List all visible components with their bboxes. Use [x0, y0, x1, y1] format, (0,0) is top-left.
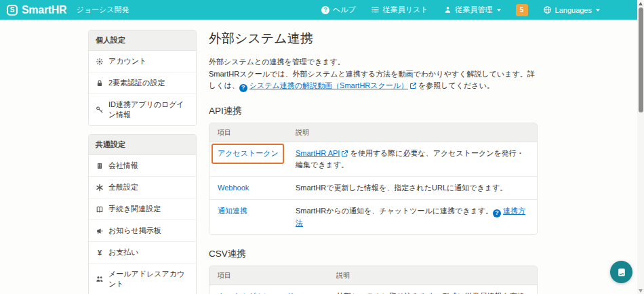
smarthr-logo-icon: S [7, 5, 18, 16]
chat-support-button[interactable] [610, 261, 632, 283]
description-cell: 外部システムに取り込みやすい形式に従業員情報を変換するためのフォーマットを設定で… [328, 285, 537, 294]
sidebar-item[interactable]: 2要素認証の設定 [89, 72, 196, 94]
settings-icon [96, 184, 104, 192]
building-icon [96, 162, 104, 170]
topnav-label: 従業員管理 [456, 5, 493, 15]
help-circle-icon: ? [239, 84, 247, 92]
topnav-label: ヘルプ [333, 5, 356, 15]
smarthr-app-window: S SmartHR ジョーシス開発 ?ヘルプ従業員リスト従業員管理5Langua… [0, 0, 644, 294]
sidebar-item-label: 手続き関連設定 [108, 204, 161, 214]
table-row: カスタムダウンロードフォーマット外部システムに取り込みやすい形式に従業員情報を変… [209, 285, 537, 294]
description-cell: SmartHRからの通知を、チャットツールに連携できます。?連携方法 [287, 200, 537, 234]
sidebar-item[interactable]: 手続き関連設定 [89, 198, 196, 220]
table-header-row: 項目説明 [209, 123, 537, 143]
integration-table: 項目説明カスタムダウンロードフォーマット外部システムに取り込みやすい形式に従業員… [209, 266, 538, 294]
item-cell: カスタムダウンロードフォーマット [209, 285, 328, 294]
scrollbar[interactable] [637, 0, 644, 294]
list-icon [371, 5, 380, 14]
description-text: SmartHRで更新した情報を、指定されたURLに通知できます。 [296, 184, 507, 192]
sidebar-item[interactable]: ¥お支払い [89, 242, 196, 264]
page-description: 外部システムとの連携を管理できます。 SmartHRスクールでは、外部システムと… [209, 56, 538, 92]
yen-icon: ¥ [96, 249, 104, 257]
main-content: 外部システム連携 外部システムとの連携を管理できます。 SmartHRスクールで… [209, 30, 538, 294]
external-link-icon [409, 82, 417, 89]
gear-icon [96, 58, 104, 66]
item-cell: アクセストークン [209, 142, 287, 176]
table-header-row: 項目説明 [209, 266, 537, 286]
sidebar-item-label: 全般設定 [108, 182, 138, 192]
sidebar-item-label: お知らせ掲示板 [108, 226, 161, 236]
settings-sidebar: 個人設定アカウント2要素認証の設定ID連携アプリのログイン情報共通設定会社情報全… [88, 30, 197, 294]
sidebar-section-title: 共通設定 [89, 135, 196, 155]
integration-sections: API連携項目説明アクセストークンSmartHR APIを使用する際に必要な、ア… [209, 105, 538, 294]
sidebar-item[interactable]: 全般設定 [89, 177, 196, 198]
sidebar-item-label: メールアドレスアカウント [108, 269, 189, 289]
topnav-item-languages[interactable]: Languages [543, 5, 600, 14]
table-row: WebhookSmartHRで更新した情報を、指定されたURLに通知できます。 [209, 177, 537, 200]
column-header: 項目 [209, 266, 328, 285]
scrollbar-thumb[interactable] [639, 7, 643, 112]
chevron-down-icon [497, 9, 501, 12]
text-link[interactable]: SmartHR API [296, 149, 340, 157]
item-cell: 通知連携 [209, 200, 287, 234]
sidebar-item[interactable]: メールアドレスアカウント [89, 264, 196, 294]
table-row: 通知連携SmartHRからの通知を、チャットツールに連携できます。?連携方法 [209, 200, 537, 234]
topnav-label: Languages [555, 6, 592, 14]
item-link[interactable]: アクセストークン [218, 149, 279, 157]
tenant-name: ジョーシス開発 [76, 5, 129, 15]
integration-table: 項目説明アクセストークンSmartHR APIを使用する際に必要な、アクセストー… [209, 123, 538, 235]
intro-line-1: 外部システムとの連携を管理できます。 [209, 58, 345, 66]
description-cell: SmartHR APIを使用する際に必要な、アクセストークンを発行・編集できます… [287, 142, 537, 176]
sidebar-section: 共通設定会社情報全般設定手続き関連設定お知らせ掲示板¥お支払いメールアドレスアカ… [88, 134, 197, 294]
scrollbar-down-arrow[interactable] [637, 287, 644, 294]
chat-bubble-icon [616, 267, 627, 278]
sidebar-item[interactable]: ID連携アプリのログイン情報 [89, 94, 196, 125]
description-text: を参照してください。 [418, 81, 494, 89]
sidebar-item[interactable]: お知らせ掲示板 [89, 220, 196, 242]
sidebar-item-label: ID連携アプリのログイン情報 [108, 100, 189, 120]
sidebar-item-label: アカウント [108, 56, 146, 66]
table-row: アクセストークンSmartHR APIを使用する際に必要な、アクセストークンを発… [209, 142, 537, 177]
description-cell: SmartHRで更新した情報を、指定されたURLに通知できます。 [287, 177, 537, 199]
item-cell: Webhook [209, 177, 287, 199]
key-icon [96, 106, 104, 114]
section-title: API連携 [209, 105, 538, 117]
description-text: SmartHRからの通知を、チャットツールに連携できます。 [296, 207, 493, 215]
help-circle-icon: ? [321, 6, 329, 14]
person-icon [443, 5, 452, 14]
topnav-item-employee-list[interactable]: 従業員リスト [371, 5, 428, 15]
topnav-item-employee-admin[interactable]: 従業員管理 [443, 5, 501, 15]
intro-line-2: SmartHRスクールでは、外部システムと連携する方法を動画でわかりやすく解説し… [209, 70, 535, 90]
column-header: 説明 [287, 123, 537, 142]
page-title: 外部システム連携 [209, 30, 538, 47]
scrollbar-up-arrow[interactable] [637, 0, 644, 7]
column-header: 説明 [328, 266, 537, 285]
topbar-nav: ?ヘルプ従業員リスト従業員管理5Languages [321, 4, 600, 16]
text-link[interactable]: システム連携の解説動画（SmartHRスクール） [249, 81, 408, 89]
book-icon [96, 205, 104, 213]
sidebar-item-label: 会社情報 [108, 161, 138, 171]
sidebar-item[interactable]: 会社情報 [89, 155, 196, 177]
chevron-down-icon [596, 9, 600, 12]
sidebar-section-title: 個人設定 [89, 30, 196, 51]
item-link[interactable]: 通知連携 [218, 207, 247, 215]
megaphone-icon [96, 227, 104, 235]
external-link-icon [341, 150, 348, 157]
sidebar-item-label: 2要素認証の設定 [108, 78, 165, 88]
lock-icon [96, 79, 104, 87]
sidebar-section: 個人設定アカウント2要素認証の設定ID連携アプリのログイン情報 [88, 30, 197, 126]
smarthr-logo-text: SmartHR [22, 4, 66, 16]
section-title: CSV連携 [209, 248, 538, 260]
notification-badge[interactable]: 5 [516, 4, 528, 16]
topnav-item-help[interactable]: ?ヘルプ [321, 5, 356, 15]
help-circle-icon: ? [493, 209, 501, 217]
globe-icon [543, 5, 552, 14]
sidebar-item-label: お支払い [108, 247, 139, 257]
smarthr-logo[interactable]: S SmartHR [7, 4, 66, 16]
topnav-label: 従業員リスト [383, 5, 428, 15]
topbar: S SmartHR ジョーシス開発 ?ヘルプ従業員リスト従業員管理5Langua… [0, 0, 637, 20]
item-link[interactable]: Webhook [218, 184, 249, 192]
sidebar-item[interactable]: アカウント [89, 51, 196, 72]
column-header: 項目 [209, 123, 287, 142]
users-icon [96, 275, 104, 283]
